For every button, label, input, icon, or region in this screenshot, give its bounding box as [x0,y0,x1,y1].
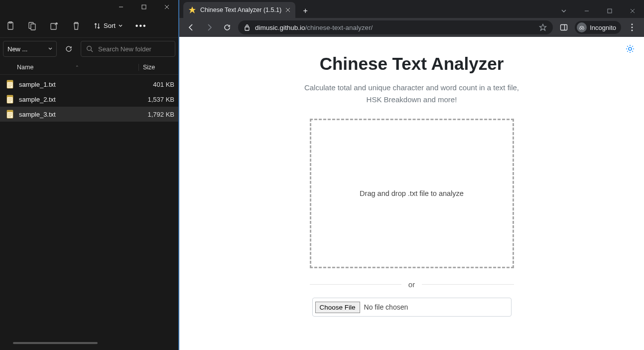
new-tab-button[interactable]: + [298,4,312,18]
browser-tab[interactable]: Chinese Text Analyzer (1.5.1) [183,2,295,18]
or-divider: or [310,280,514,289]
file-row[interactable]: sample_2.txt1,537 KB [0,92,178,107]
minimize-button[interactable] [110,0,132,14]
forward-button[interactable] [202,20,216,34]
explorer-toolbar: Sort ••• [0,14,178,38]
horizontal-scrollbar[interactable] [13,342,98,344]
more-button[interactable]: ••• [135,21,147,30]
svg-point-40 [632,27,633,28]
search-placeholder: Search New folder [98,45,151,53]
sort-button[interactable]: Sort [94,22,123,29]
browser-window: Chinese Text Analyzer (1.5.1) + [178,0,644,350]
file-list-header: Name ⌃ Size [0,60,178,75]
page-content: Chinese Text Analyzer Calculate total an… [179,37,644,350]
incognito-badge[interactable]: Incognito [575,21,621,34]
svg-point-41 [632,30,633,31]
browser-tabbar: Chinese Text Analyzer (1.5.1) + [179,0,644,18]
refresh-button[interactable] [61,41,77,57]
text-file-icon [5,109,15,119]
file-name: sample_3.txt [19,111,138,118]
svg-line-10 [91,50,93,52]
tab-close-button[interactable] [285,7,290,12]
url-text: dimusic.github.io/chinese-text-analyzer/ [255,24,373,31]
file-row[interactable]: sample_1.txt401 KB [0,77,178,92]
svg-point-39 [632,24,633,25]
chevron-down-icon [119,24,123,28]
share-icon[interactable] [50,21,59,30]
back-button[interactable] [184,20,198,34]
chevron-down-icon [48,47,52,51]
browser-dropdown-button[interactable] [552,4,575,18]
sort-label: Sort [104,22,116,29]
maximize-button[interactable] [132,0,155,14]
text-file-icon [5,79,15,89]
reload-button[interactable] [220,20,234,34]
page-title: Chinese Text Analyzer [248,54,576,74]
svg-rect-33 [245,27,249,30]
svg-rect-7 [31,24,35,30]
column-name[interactable]: Name [17,64,33,71]
column-size[interactable]: Size [138,64,174,71]
favicon-icon [188,6,196,14]
explorer-path-row: New ... Search New folder [0,38,178,60]
search-icon [86,45,93,52]
dropzone-text: Drag and drop .txt file to analyze [360,189,464,197]
url-bar[interactable]: dimusic.github.io/chinese-text-analyzer/ [238,20,553,34]
svg-rect-30 [608,9,612,13]
text-file-icon [5,94,15,104]
search-input[interactable]: Search New folder [81,41,175,57]
svg-marker-26 [189,6,196,13]
delete-icon[interactable] [72,21,81,30]
file-input[interactable]: Choose File No file chosen [312,298,512,317]
file-input-status: No file chosen [364,303,408,311]
svg-rect-22 [7,110,13,112]
browser-menu-button[interactable] [625,20,639,34]
browser-minimize-button[interactable] [575,4,598,18]
browser-address-bar: dimusic.github.io/chinese-text-analyzer/… [179,18,644,37]
close-button[interactable] [155,0,178,14]
bookmark-star-icon[interactable] [539,23,547,31]
file-row[interactable]: sample_3.txt1,792 KB [0,107,178,122]
file-size: 1,792 KB [138,111,174,118]
svg-marker-34 [540,24,546,31]
breadcrumb[interactable]: New ... [3,41,57,57]
file-size: 401 KB [138,81,174,88]
paste-icon[interactable] [6,21,15,30]
svg-rect-35 [561,25,567,30]
svg-point-42 [629,47,632,50]
tab-title: Chinese Text Analyzer (1.5.1) [200,6,281,13]
side-panel-button[interactable] [557,20,571,34]
file-explorer-window: Sort ••• New ... Search New folder Name … [0,0,178,350]
svg-rect-17 [7,95,13,97]
file-list: sample_1.txt401 KBsample_2.txt1,537 KBsa… [0,75,178,122]
sort-indicator-icon: ⌃ [75,65,79,70]
dropzone[interactable]: Drag and drop .txt file to analyze [310,119,514,268]
incognito-label: Incognito [590,24,616,31]
svg-point-38 [582,27,584,29]
settings-button[interactable] [625,44,635,54]
file-name: sample_2.txt [19,96,138,103]
svg-rect-1 [142,5,146,9]
svg-point-9 [87,46,92,51]
explorer-titlebar [0,0,178,14]
copy-icon[interactable] [28,21,37,30]
lock-icon [244,24,250,31]
page-subtitle: Calculate total and unique character and… [248,82,576,106]
svg-point-37 [580,27,582,29]
breadcrumb-label: New ... [7,45,27,53]
svg-rect-12 [7,80,13,82]
choose-file-button[interactable]: Choose File [315,302,360,313]
file-size: 1,537 KB [138,96,174,103]
file-name: sample_1.txt [19,81,138,88]
browser-maximize-button[interactable] [598,4,621,18]
incognito-icon [577,22,587,32]
browser-close-button[interactable] [621,4,644,18]
